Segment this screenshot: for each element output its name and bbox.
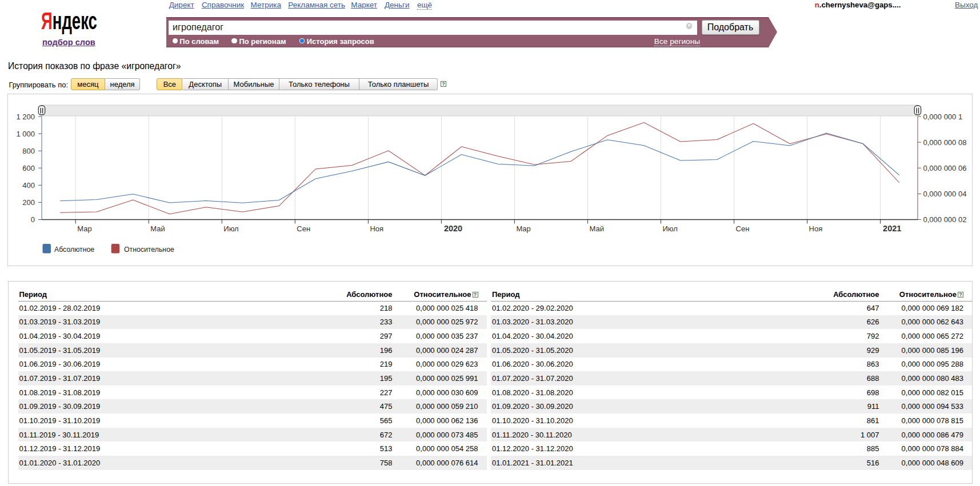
svg-text:800: 800 <box>22 147 35 155</box>
svg-text:0,000 000 08: 0,000 000 08 <box>923 138 967 147</box>
svg-text:Ноя: Ноя <box>809 224 823 233</box>
svg-text:Май: Май <box>590 224 604 233</box>
svg-text:Абсолютное: Абсолютное <box>54 246 94 254</box>
svg-text:Мар: Мар <box>516 224 530 233</box>
svg-text:2021: 2021 <box>883 224 901 233</box>
svg-text:1 000: 1 000 <box>16 130 35 138</box>
svg-text:0,000 000 1: 0,000 000 1 <box>923 113 963 121</box>
svg-text:200: 200 <box>22 198 35 207</box>
svg-text:Ноя: Ноя <box>370 224 383 233</box>
svg-text:Сен: Сен <box>297 224 310 233</box>
svg-text:Май: Май <box>150 224 165 233</box>
svg-text:0,000 000 04: 0,000 000 04 <box>923 190 967 198</box>
svg-text:400: 400 <box>22 181 35 190</box>
svg-text:Сен: Сен <box>736 224 750 233</box>
svg-text:Июл: Июл <box>663 224 678 233</box>
svg-text:0,000 000 06: 0,000 000 06 <box>923 164 967 172</box>
svg-text:600: 600 <box>22 164 35 172</box>
svg-text:Мар: Мар <box>77 224 91 233</box>
svg-text:0,000 000 02: 0,000 000 02 <box>923 215 967 224</box>
svg-text:Июл: Июл <box>223 224 238 233</box>
svg-text:2020: 2020 <box>444 224 462 233</box>
svg-text:0: 0 <box>31 215 35 224</box>
svg-text:1 200: 1 200 <box>16 113 35 121</box>
svg-text:Относительное: Относительное <box>124 246 174 254</box>
